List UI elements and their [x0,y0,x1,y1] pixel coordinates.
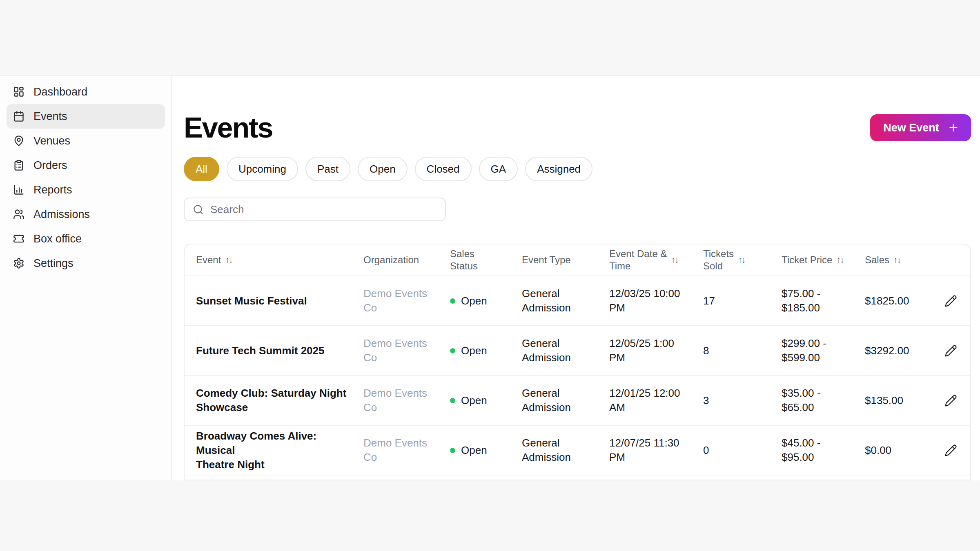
cell-tickets-sold: 3 [703,393,782,408]
pencil-icon [944,295,957,307]
sidebar-item-events[interactable]: Events [7,104,165,129]
table-row[interactable]: Sunset Music Festival Demo Events Co Ope… [185,276,970,326]
edit-event-button[interactable] [943,387,959,415]
cell-date-time: 12/03/25 10:00 PM [609,287,703,315]
table-header-row: Event ↑↓ Organization Sales Status Event… [185,244,970,276]
column-header-tickets-sold[interactable]: Tickets Sold ↑↓ [703,248,782,272]
app-panel: Dashboard Events Venues Orders Reports [0,76,980,480]
table-row[interactable]: Comedy Club: Saturday Night Showcase Dem… [185,376,970,426]
table-row[interactable]: Future Tech Summit 2025 Demo Events Co O… [185,326,970,376]
column-header-ticket-price[interactable]: Ticket Price ↑↓ [782,254,865,266]
sort-icon: ↑↓ [836,254,843,266]
sidebar-item-label: Reports [33,184,72,196]
column-header-sales[interactable]: Sales ↑↓ [865,254,939,266]
cell-event-name: Broadway Comes Alive: Musical Theatre Ni… [185,429,363,472]
filter-chip-past[interactable]: Past [305,157,350,181]
cell-event-type: General Admission [522,436,609,464]
cell-event-type: General Admission [522,287,609,315]
cell-ticket-price: $75.00 - $185.00 [782,287,865,315]
filter-chip-open[interactable]: Open [358,157,408,181]
filter-chip-ga[interactable]: GA [479,157,518,181]
bar-chart-icon [13,184,24,196]
table-row[interactable]: Broadway Comes Alive: Musical Theatre Ni… [185,426,970,475]
edit-event-button[interactable] [943,337,959,365]
cell-sales-status: Open [450,294,522,308]
sidebar-item-label: Settings [33,257,74,270]
cell-sales: $3292.00 [865,344,939,358]
search-input[interactable] [210,203,437,216]
column-header-event[interactable]: Event ↑↓ [185,254,363,266]
cell-date-time: 12/05/25 1:00 PM [609,336,703,365]
status-label: Open [461,294,487,308]
cell-actions [939,287,970,315]
sidebar-item-reports[interactable]: Reports [7,178,165,202]
dashboard-icon [13,86,24,98]
sidebar-item-admissions[interactable]: Admissions [7,202,165,227]
new-event-label: New Event [883,122,939,134]
cell-sales-status: Open [450,393,522,408]
cell-sales: $0.00 [865,443,939,458]
status-label: Open [461,443,487,458]
sort-icon: ↑↓ [893,254,900,266]
edit-event-button[interactable] [943,436,959,464]
ticket-icon [13,233,24,244]
status-label: Open [461,393,487,408]
clipboard-icon [13,160,24,171]
users-icon [13,209,24,220]
gear-icon [13,258,24,269]
filter-chips: All Upcoming Past Open Closed GA Assigne… [184,157,971,181]
sidebar-item-dashboard[interactable]: Dashboard [7,80,165,104]
cell-event-name: Comedy Club: Saturday Night Showcase [185,386,363,415]
cell-organization: Demo Events Co [363,436,450,464]
sidebar: Dashboard Events Venues Orders Reports [0,76,172,480]
new-event-button[interactable]: New Event + [870,114,971,141]
status-dot [450,398,455,403]
column-header-date-time[interactable]: Event Date & Time ↑↓ [609,248,703,272]
cell-ticket-price: $45.00 - $95.00 [782,436,865,464]
column-header-event-type: Event Type [522,254,609,266]
sort-icon: ↑↓ [671,254,678,266]
sidebar-item-orders[interactable]: Orders [7,153,165,178]
cell-sales-status: Open [450,443,522,458]
cell-actions [939,387,970,415]
status-dot [450,348,455,353]
filter-chip-assigned[interactable]: Assigned [525,157,592,181]
plus-icon: + [949,120,958,135]
sidebar-item-box-office[interactable]: Box office [7,227,165,251]
filter-chip-all[interactable]: All [184,157,219,181]
cell-event-type: General Admission [522,336,609,365]
sidebar-item-label: Events [33,110,67,123]
cell-tickets-sold: 0 [703,443,782,458]
sidebar-item-label: Admissions [33,208,90,221]
pencil-icon [944,444,957,457]
column-header-sales-status: Sales Status [450,248,522,272]
filter-chip-upcoming[interactable]: Upcoming [227,157,298,181]
sort-icon: ↑↓ [738,254,745,266]
sort-icon: ↑↓ [225,254,232,266]
calendar-icon [13,111,24,122]
cell-organization: Demo Events Co [363,287,450,315]
cell-event-type: General Admission [522,386,609,415]
cell-actions [939,436,970,464]
cell-date-time: 12/01/25 12:00 AM [609,386,703,415]
cell-tickets-sold: 17 [703,294,782,308]
cell-sales: $135.00 [865,393,939,408]
cell-sales-status: Open [450,344,522,358]
column-header-organization: Organization [363,254,450,266]
cell-date-time: 12/07/25 11:30 PM [609,436,703,464]
search-box [184,198,446,221]
edit-event-button[interactable] [943,287,959,315]
pencil-icon [944,344,957,357]
filter-chip-closed[interactable]: Closed [415,157,472,181]
status-label: Open [461,344,487,358]
cell-organization: Demo Events Co [363,336,450,365]
sidebar-item-settings[interactable]: Settings [7,251,165,276]
sidebar-item-venues[interactable]: Venues [7,129,165,153]
cell-ticket-price: $35.00 - $65.00 [782,386,865,415]
status-dot [450,448,455,453]
pencil-icon [944,394,957,407]
cell-organization: Demo Events Co [363,386,450,415]
status-dot [450,298,455,304]
sidebar-item-label: Venues [33,135,70,147]
page-title: Events [184,113,273,142]
